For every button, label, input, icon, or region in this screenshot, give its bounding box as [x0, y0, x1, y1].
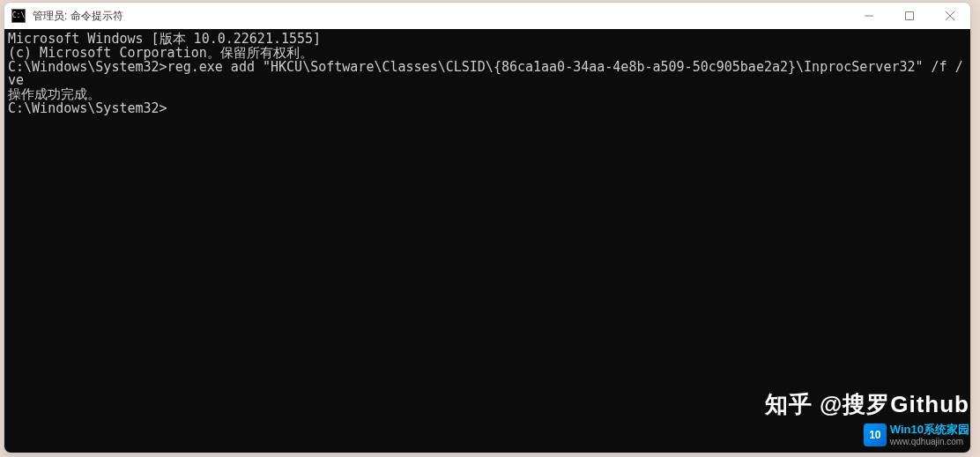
- minimize-icon: [865, 11, 873, 20]
- terminal-prompt: C:\Windows\System32>: [8, 102, 967, 116]
- app-icon: C:\: [11, 9, 26, 23]
- command-prompt-window: C:\ 管理员: 命令提示符 Microsoft Windows [版本: [4, 2, 971, 453]
- svg-rect-1: [906, 12, 914, 20]
- watermark-container: 知乎 @搜罗Github 10 Win10系统家园 www.qdhuajin.c…: [765, 389, 969, 446]
- watermark-qd: 10 Win10系统家园 www.qdhuajin.com: [864, 424, 969, 446]
- maximize-button[interactable]: [889, 3, 930, 29]
- watermark-qd-text: Win10系统家园 www.qdhuajin.com: [890, 424, 969, 446]
- maximize-icon: [905, 11, 914, 20]
- title-bar[interactable]: C:\ 管理员: 命令提示符: [4, 3, 970, 29]
- minimize-button[interactable]: [849, 3, 889, 29]
- close-icon: [946, 11, 954, 20]
- watermark-qd-title: Win10系统家园: [890, 424, 969, 436]
- watermark-qd-logo-icon: 10: [864, 424, 887, 446]
- watermark-qd-url: www.qdhuajin.com: [890, 437, 969, 446]
- window-controls: [849, 3, 970, 29]
- watermark-zhihu: 知乎 @搜罗Github: [765, 389, 969, 420]
- app-icon-text: C:\: [12, 12, 25, 19]
- close-button[interactable]: [930, 3, 970, 29]
- terminal-line: C:\Windows\System32>reg.exe add "HKCU\So…: [8, 61, 967, 89]
- window-title: 管理员: 命令提示符: [33, 9, 123, 24]
